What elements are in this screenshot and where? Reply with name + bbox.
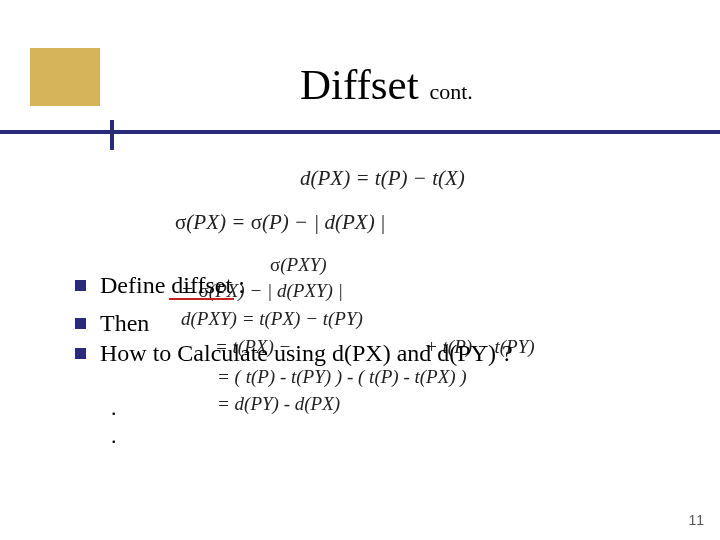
formula-sigma-pxy-lhs: σ(PXY) — [270, 254, 327, 276]
title-rule-vertical — [110, 120, 114, 150]
title-main: Diffset — [300, 61, 419, 108]
bullet-icon — [75, 348, 86, 359]
bullet-then: Then — [75, 308, 149, 339]
formula-dpxy: d(PXY) = t(PX) − t(PY) — [181, 308, 363, 330]
bullet-define-pre: Define — [100, 272, 171, 298]
bullet-define-word: diffset — [171, 272, 232, 298]
bullet-how: How to Calculate using d(PX) and d(PY) ?… — [75, 340, 695, 449]
accent-box — [30, 48, 100, 106]
title-sub: cont. — [429, 79, 472, 104]
bullet-icon — [75, 280, 86, 291]
formula-sigma-px: σ(PX) = σ(P) − | d(PX) | — [175, 210, 386, 235]
slide-title: Diffset cont. — [300, 60, 473, 109]
bullet-define-post: : — [232, 272, 245, 298]
ellipsis-dot: . — [111, 423, 695, 449]
formula-def: d(PX) = t(P) − t(X) — [300, 166, 465, 191]
page-number: 11 — [688, 512, 704, 528]
ellipsis-dot: . — [111, 395, 695, 421]
title-rule — [0, 130, 720, 134]
bullet-then-text: Then — [100, 310, 149, 336]
bullet-define: Define diffset : — [75, 270, 245, 301]
bullet-how-text: How to Calculate using d(PX) and d(PY) ? — [100, 340, 513, 366]
bullet-icon — [75, 318, 86, 329]
